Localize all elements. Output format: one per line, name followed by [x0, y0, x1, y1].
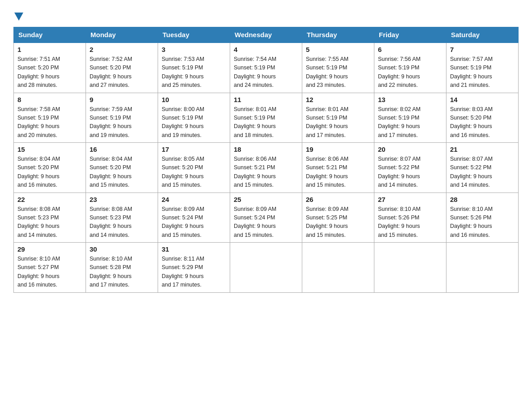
day-number: 18 [234, 146, 298, 153]
calendar-day-cell: 11Sunrise: 8:01 AMSunset: 5:19 PMDayligh… [230, 93, 302, 143]
calendar-day-cell: 27Sunrise: 8:10 AMSunset: 5:26 PMDayligh… [374, 193, 446, 243]
day-info: Sunrise: 8:08 AMSunset: 5:23 PMDaylight:… [90, 205, 154, 240]
calendar-week-row: 1Sunrise: 7:51 AMSunset: 5:20 PMDaylight… [14, 43, 519, 93]
calendar-day-cell: 28Sunrise: 8:10 AMSunset: 5:26 PMDayligh… [446, 193, 519, 243]
page-header [13, 9, 519, 20]
day-info: Sunrise: 8:02 AMSunset: 5:19 PMDaylight:… [378, 105, 442, 140]
day-number: 13 [378, 96, 442, 103]
calendar-body: 1Sunrise: 7:51 AMSunset: 5:20 PMDaylight… [14, 43, 519, 292]
calendar-day-cell [230, 243, 302, 293]
day-number: 3 [162, 46, 226, 53]
calendar-week-row: 22Sunrise: 8:08 AMSunset: 5:23 PMDayligh… [14, 193, 519, 243]
calendar-day-cell: 22Sunrise: 8:08 AMSunset: 5:23 PMDayligh… [14, 193, 86, 243]
day-info: Sunrise: 8:10 AMSunset: 5:26 PMDaylight:… [450, 205, 515, 240]
day-info: Sunrise: 7:53 AMSunset: 5:19 PMDaylight:… [162, 55, 226, 90]
day-info: Sunrise: 8:05 AMSunset: 5:20 PMDaylight:… [162, 155, 226, 190]
day-number: 14 [450, 96, 515, 103]
day-info: Sunrise: 8:10 AMSunset: 5:28 PMDaylight:… [90, 255, 154, 290]
day-info: Sunrise: 8:08 AMSunset: 5:23 PMDaylight:… [17, 205, 82, 240]
weekday-header: Saturday [446, 27, 519, 43]
day-info: Sunrise: 8:06 AMSunset: 5:21 PMDaylight:… [306, 155, 370, 190]
calendar-day-cell: 17Sunrise: 8:05 AMSunset: 5:20 PMDayligh… [158, 143, 230, 193]
calendar-day-cell: 26Sunrise: 8:09 AMSunset: 5:25 PMDayligh… [302, 193, 374, 243]
calendar-day-cell: 23Sunrise: 8:08 AMSunset: 5:23 PMDayligh… [86, 193, 158, 243]
weekday-header: Sunday [14, 27, 86, 43]
calendar-day-cell: 25Sunrise: 8:09 AMSunset: 5:24 PMDayligh… [230, 193, 302, 243]
day-number: 26 [306, 196, 370, 203]
calendar-day-cell: 8Sunrise: 7:58 AMSunset: 5:19 PMDaylight… [14, 93, 86, 143]
logo [13, 9, 24, 20]
day-info: Sunrise: 8:07 AMSunset: 5:22 PMDaylight:… [450, 155, 515, 190]
day-number: 22 [17, 196, 82, 203]
calendar-week-row: 15Sunrise: 8:04 AMSunset: 5:20 PMDayligh… [14, 143, 519, 193]
calendar-day-cell: 7Sunrise: 7:57 AMSunset: 5:19 PMDaylight… [446, 43, 519, 93]
weekday-header: Tuesday [158, 27, 230, 43]
logo-triangle-icon [14, 13, 23, 21]
calendar-day-cell: 24Sunrise: 8:09 AMSunset: 5:24 PMDayligh… [158, 193, 230, 243]
calendar-header-row: SundayMondayTuesdayWednesdayThursdayFrid… [14, 27, 519, 43]
weekday-header: Friday [374, 27, 446, 43]
day-number: 5 [306, 46, 370, 53]
day-number: 29 [17, 245, 82, 253]
day-number: 9 [90, 96, 154, 103]
day-info: Sunrise: 8:01 AMSunset: 5:19 PMDaylight:… [234, 105, 298, 140]
day-info: Sunrise: 7:59 AMSunset: 5:19 PMDaylight:… [90, 105, 154, 140]
day-number: 27 [378, 196, 442, 203]
weekday-header: Monday [86, 27, 158, 43]
day-number: 16 [90, 146, 154, 153]
day-info: Sunrise: 8:09 AMSunset: 5:24 PMDaylight:… [162, 205, 226, 240]
calendar-day-cell: 29Sunrise: 8:10 AMSunset: 5:27 PMDayligh… [14, 243, 86, 293]
calendar-day-cell [446, 243, 519, 293]
day-number: 24 [162, 196, 226, 203]
day-number: 28 [450, 196, 515, 203]
day-info: Sunrise: 8:10 AMSunset: 5:27 PMDaylight:… [17, 255, 82, 290]
day-info: Sunrise: 8:00 AMSunset: 5:19 PMDaylight:… [162, 105, 226, 140]
calendar-week-row: 29Sunrise: 8:10 AMSunset: 5:27 PMDayligh… [14, 243, 519, 293]
calendar-day-cell: 5Sunrise: 7:55 AMSunset: 5:19 PMDaylight… [302, 43, 374, 93]
calendar-day-cell: 21Sunrise: 8:07 AMSunset: 5:22 PMDayligh… [446, 143, 519, 193]
calendar-day-cell: 15Sunrise: 8:04 AMSunset: 5:20 PMDayligh… [14, 143, 86, 193]
calendar-day-cell [302, 243, 374, 293]
day-info: Sunrise: 7:57 AMSunset: 5:19 PMDaylight:… [450, 55, 515, 90]
day-number: 10 [162, 96, 226, 103]
weekday-header: Thursday [302, 27, 374, 43]
calendar-day-cell: 4Sunrise: 7:54 AMSunset: 5:19 PMDaylight… [230, 43, 302, 93]
day-info: Sunrise: 7:56 AMSunset: 5:19 PMDaylight:… [378, 55, 442, 90]
calendar-day-cell: 30Sunrise: 8:10 AMSunset: 5:28 PMDayligh… [86, 243, 158, 293]
calendar-day-cell: 13Sunrise: 8:02 AMSunset: 5:19 PMDayligh… [374, 93, 446, 143]
day-number: 21 [450, 146, 515, 153]
day-number: 30 [90, 245, 154, 253]
day-number: 23 [90, 196, 154, 203]
day-number: 15 [17, 146, 82, 153]
calendar-week-row: 8Sunrise: 7:58 AMSunset: 5:19 PMDaylight… [14, 93, 519, 143]
day-info: Sunrise: 7:58 AMSunset: 5:19 PMDaylight:… [17, 105, 82, 140]
calendar-day-cell: 3Sunrise: 7:53 AMSunset: 5:19 PMDaylight… [158, 43, 230, 93]
day-info: Sunrise: 8:10 AMSunset: 5:26 PMDaylight:… [378, 205, 442, 240]
day-info: Sunrise: 7:55 AMSunset: 5:19 PMDaylight:… [306, 55, 370, 90]
day-number: 20 [378, 146, 442, 153]
calendar-day-cell: 1Sunrise: 7:51 AMSunset: 5:20 PMDaylight… [14, 43, 86, 93]
day-info: Sunrise: 7:51 AMSunset: 5:20 PMDaylight:… [17, 55, 82, 90]
calendar-day-cell: 16Sunrise: 8:04 AMSunset: 5:20 PMDayligh… [86, 143, 158, 193]
calendar-day-cell: 14Sunrise: 8:03 AMSunset: 5:20 PMDayligh… [446, 93, 519, 143]
day-number: 8 [17, 96, 82, 103]
calendar-day-cell: 12Sunrise: 8:01 AMSunset: 5:19 PMDayligh… [302, 93, 374, 143]
day-number: 2 [90, 46, 154, 53]
weekday-header: Wednesday [230, 27, 302, 43]
day-number: 19 [306, 146, 370, 153]
day-info: Sunrise: 8:07 AMSunset: 5:22 PMDaylight:… [378, 155, 442, 190]
day-info: Sunrise: 8:09 AMSunset: 5:24 PMDaylight:… [234, 205, 298, 240]
calendar-day-cell: 2Sunrise: 7:52 AMSunset: 5:20 PMDaylight… [86, 43, 158, 93]
calendar-day-cell: 10Sunrise: 8:00 AMSunset: 5:19 PMDayligh… [158, 93, 230, 143]
calendar-day-cell: 9Sunrise: 7:59 AMSunset: 5:19 PMDaylight… [86, 93, 158, 143]
day-info: Sunrise: 8:06 AMSunset: 5:21 PMDaylight:… [234, 155, 298, 190]
day-info: Sunrise: 8:09 AMSunset: 5:25 PMDaylight:… [306, 205, 370, 240]
day-info: Sunrise: 7:54 AMSunset: 5:19 PMDaylight:… [234, 55, 298, 90]
calendar-day-cell: 31Sunrise: 8:11 AMSunset: 5:29 PMDayligh… [158, 243, 230, 293]
calendar-day-cell: 20Sunrise: 8:07 AMSunset: 5:22 PMDayligh… [374, 143, 446, 193]
day-info: Sunrise: 8:11 AMSunset: 5:29 PMDaylight:… [162, 255, 226, 290]
calendar-day-cell: 6Sunrise: 7:56 AMSunset: 5:19 PMDaylight… [374, 43, 446, 93]
day-number: 31 [162, 245, 226, 253]
calendar-day-cell: 18Sunrise: 8:06 AMSunset: 5:21 PMDayligh… [230, 143, 302, 193]
day-number: 7 [450, 46, 515, 53]
